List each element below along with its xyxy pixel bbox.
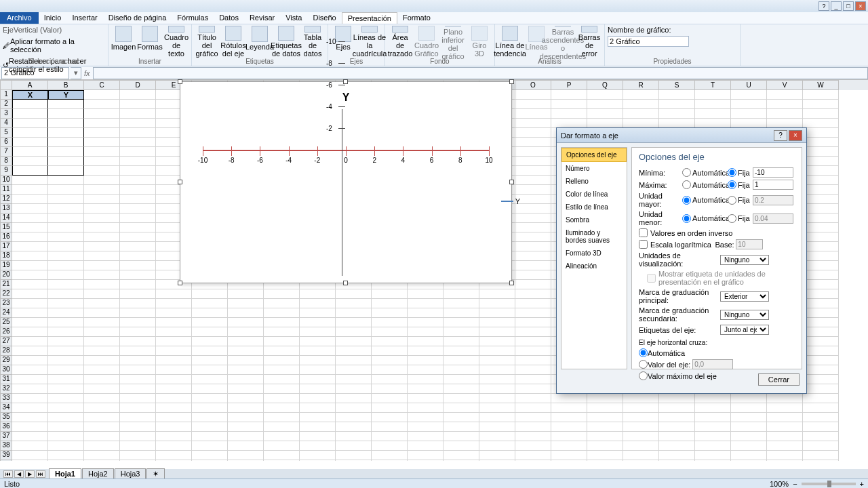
cell[interactable] xyxy=(767,394,803,403)
cell[interactable] xyxy=(731,100,767,109)
cell[interactable] xyxy=(767,109,803,119)
display-units-select[interactable]: Ninguno xyxy=(720,255,769,265)
chart-name-input[interactable] xyxy=(608,36,689,47)
cell[interactable] xyxy=(300,451,336,460)
cell[interactable] xyxy=(48,289,84,299)
cell[interactable] xyxy=(695,109,731,119)
cell[interactable] xyxy=(479,308,515,318)
cell[interactable] xyxy=(336,308,372,318)
sheet-tab-2[interactable]: Hoja2 xyxy=(82,468,114,479)
cell[interactable] xyxy=(623,441,659,451)
cell[interactable] xyxy=(803,337,839,346)
cell[interactable] xyxy=(803,384,839,394)
cell[interactable] xyxy=(515,204,551,214)
cell[interactable] xyxy=(120,308,156,318)
cell[interactable] xyxy=(551,119,587,128)
cell[interactable] xyxy=(228,299,264,308)
row-header[interactable]: 34 xyxy=(0,403,12,413)
cell[interactable] xyxy=(120,157,156,166)
cell[interactable] xyxy=(515,261,551,270)
tab-next[interactable]: ▶ xyxy=(25,470,35,478)
cell[interactable]: X xyxy=(12,90,48,100)
cell[interactable] xyxy=(587,119,623,128)
cell[interactable] xyxy=(84,166,120,176)
cell[interactable] xyxy=(408,441,443,451)
insert-shapes[interactable]: Formas xyxy=(138,26,162,58)
cell[interactable] xyxy=(372,318,408,327)
row-header[interactable]: 21 xyxy=(0,280,12,289)
gridlines[interactable]: Líneas de la cuadrícula xyxy=(357,26,382,58)
col-header[interactable]: A xyxy=(12,80,48,90)
col-header[interactable]: O xyxy=(515,80,551,90)
cell[interactable] xyxy=(84,394,120,403)
cell[interactable] xyxy=(336,318,372,327)
cell[interactable] xyxy=(84,460,120,461)
cell[interactable] xyxy=(408,394,443,403)
cell[interactable] xyxy=(48,214,84,223)
row-header[interactable]: 1 xyxy=(0,90,12,100)
cell[interactable] xyxy=(120,280,156,289)
cell[interactable] xyxy=(84,223,120,232)
cell[interactable] xyxy=(336,432,372,441)
cell[interactable] xyxy=(156,441,192,451)
col-header[interactable]: C xyxy=(84,80,120,90)
chart-plot-area[interactable]: Y -10-8-6-4-20246810-2-4-6-8-10 xyxy=(196,109,496,276)
col-header[interactable]: U xyxy=(731,80,767,90)
cell[interactable] xyxy=(264,356,300,365)
cross-value-input[interactable] xyxy=(692,359,733,369)
cell[interactable] xyxy=(336,356,372,365)
cell[interactable] xyxy=(120,261,156,270)
cell[interactable] xyxy=(803,403,839,413)
cell[interactable] xyxy=(228,346,264,356)
col-header[interactable]: S xyxy=(659,80,695,90)
cell[interactable] xyxy=(264,299,300,308)
cell[interactable] xyxy=(695,460,731,461)
cell[interactable] xyxy=(12,232,48,242)
cell[interactable] xyxy=(300,413,336,422)
row-header[interactable]: 36 xyxy=(0,422,12,432)
cell[interactable] xyxy=(479,384,515,394)
cell[interactable] xyxy=(551,413,587,422)
cell[interactable] xyxy=(515,157,551,166)
cell[interactable] xyxy=(156,460,192,461)
cell[interactable] xyxy=(120,375,156,384)
cell[interactable] xyxy=(300,422,336,432)
row-header[interactable]: 31 xyxy=(0,375,12,384)
cell[interactable] xyxy=(12,422,48,432)
cat-glow[interactable]: Iluminado y bordes suaves xyxy=(561,226,627,247)
cell[interactable] xyxy=(659,119,695,128)
selection-dropdown[interactable]: EjeVertical (Valor) xyxy=(3,26,105,34)
cell[interactable] xyxy=(300,327,336,337)
cell[interactable] xyxy=(228,394,264,403)
cell[interactable] xyxy=(264,365,300,375)
cell[interactable] xyxy=(515,138,551,147)
cell[interactable] xyxy=(803,195,839,204)
cell[interactable] xyxy=(443,337,479,346)
tab-data[interactable]: Datos xyxy=(214,12,244,24)
cell[interactable] xyxy=(623,413,659,422)
cell[interactable] xyxy=(587,109,623,119)
cell[interactable] xyxy=(443,308,479,318)
cell[interactable] xyxy=(12,138,48,147)
cell[interactable] xyxy=(12,441,48,451)
cell[interactable] xyxy=(336,422,372,432)
cell[interactable] xyxy=(48,157,84,166)
cell[interactable] xyxy=(12,109,48,119)
cell[interactable] xyxy=(120,204,156,214)
cell[interactable] xyxy=(228,308,264,318)
cell[interactable] xyxy=(515,422,551,432)
tab-formulas[interactable]: Fórmulas xyxy=(172,12,214,24)
cell[interactable] xyxy=(48,138,84,147)
cell[interactable] xyxy=(300,432,336,441)
tab-file[interactable]: Archivo xyxy=(0,12,39,24)
cell[interactable] xyxy=(120,270,156,280)
cell[interactable] xyxy=(156,413,192,422)
cat-fill[interactable]: Relleno xyxy=(561,175,627,188)
row-header[interactable]: 13 xyxy=(0,204,12,214)
cell[interactable] xyxy=(192,289,228,299)
cell[interactable] xyxy=(156,289,192,299)
cell[interactable] xyxy=(623,403,659,413)
cat-number[interactable]: Número xyxy=(561,162,627,175)
dialog-close-button[interactable]: Cerrar xyxy=(758,373,800,386)
cell[interactable] xyxy=(300,337,336,346)
